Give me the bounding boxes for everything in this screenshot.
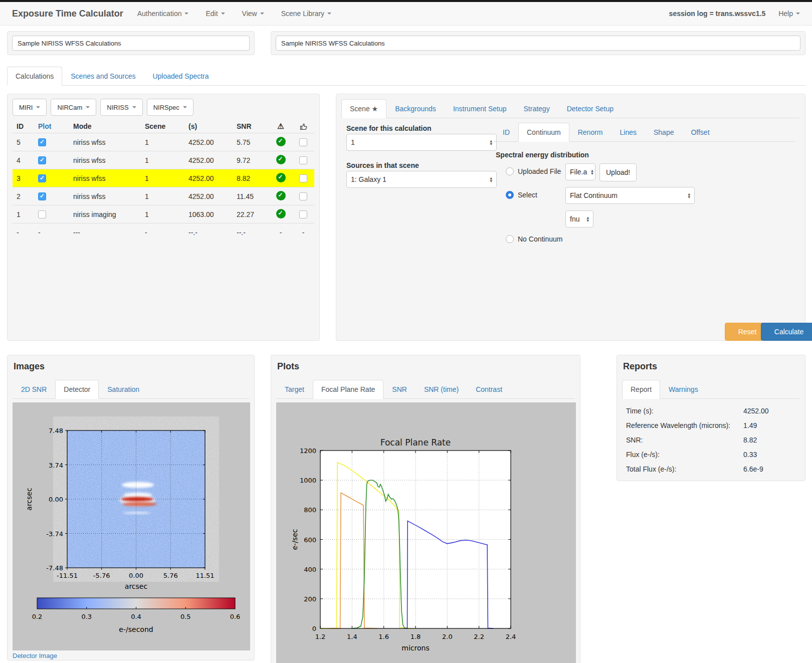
tab-2d-snr[interactable]: 2D SNR: [13, 380, 55, 399]
table-row[interactable]: 2 niriss wfss 1 4252.00 11.45: [13, 187, 314, 205]
favorite-checkbox[interactable]: [299, 192, 307, 200]
plot-checkbox[interactable]: [38, 174, 46, 182]
calc-snr: 11.45: [234, 192, 269, 200]
app-title: Exposure Time Calculator: [12, 9, 123, 19]
report-value: 8.82: [743, 436, 757, 444]
favorite-checkbox[interactable]: [299, 156, 307, 164]
calc-id: -: [13, 229, 35, 237]
scene-select[interactable]: 1 ▴▾: [346, 134, 497, 151]
tab-saturation[interactable]: Saturation: [99, 380, 148, 399]
select-sed-radio[interactable]: [506, 191, 514, 199]
etc-app: Exposure Time Calculator Authentication …: [0, 0, 812, 663]
sources-select[interactable]: 1: Galaxy 1 ▴▾: [346, 171, 497, 188]
select-arrows-icon: ▴▾: [587, 169, 593, 175]
plot-checkbox[interactable]: [38, 210, 46, 218]
table-row-selected[interactable]: 3 niriss wfss 1 4252.00 8.82: [13, 169, 314, 187]
nircam-dropdown-button[interactable]: NIRCam: [51, 99, 96, 116]
tab-target[interactable]: Target: [276, 380, 313, 399]
chevron-down-icon: [36, 106, 40, 108]
thumbs-up-icon: [299, 122, 308, 131]
table-row[interactable]: 1 niriss imaging 1 1063.00 22.27: [13, 205, 314, 223]
tab-scene[interactable]: Scene ★: [341, 99, 386, 118]
calc-plot-placeholder: -: [35, 229, 68, 237]
tab-instrument-setup[interactable]: Instrument Setup: [445, 99, 515, 118]
tab-backgrounds[interactable]: Backgrounds: [386, 99, 445, 118]
tab-uploaded-spectra[interactable]: Uploaded Spectra: [144, 67, 217, 86]
workbook-name-input-left[interactable]: [12, 36, 250, 51]
tab-report[interactable]: Report: [622, 380, 660, 399]
svg-text:0.6: 0.6: [230, 613, 241, 620]
status-ok-icon: [276, 173, 286, 182]
uploaded-file-radio[interactable]: [506, 167, 514, 175]
tab-contrast[interactable]: Contrast: [467, 380, 511, 399]
favorite-checkbox[interactable]: [299, 174, 307, 182]
session-log: session log = trans.wssvc1.5: [669, 10, 766, 18]
tab-offset[interactable]: Offset: [682, 123, 718, 142]
favorite-checkbox[interactable]: [299, 138, 307, 146]
table-row[interactable]: 5 niriss wfss 1 4252.00 5.75: [13, 133, 314, 151]
tab-renorm[interactable]: Renorm: [569, 123, 612, 142]
calculations-table-header: ID Plot Mode Scene (s) SNR ⚠: [13, 120, 314, 133]
svg-text:600: 600: [304, 536, 316, 544]
upload-button[interactable]: Upload!: [599, 163, 637, 181]
svg-text:11.51: 11.51: [195, 572, 214, 579]
menu-help[interactable]: Help: [778, 10, 800, 18]
sed-units-select[interactable]: fnu ▴▾: [565, 210, 593, 228]
menu-authentication[interactable]: Authentication: [137, 10, 189, 18]
col-favorite: [292, 122, 314, 131]
tab-snr[interactable]: SNR: [383, 380, 416, 399]
menu-edit[interactable]: Edit: [206, 10, 225, 18]
workbook-name-input-right[interactable]: [276, 36, 800, 51]
svg-text:3.74: 3.74: [49, 462, 63, 469]
sed-select[interactable]: Flat Continuum ▴▾: [565, 187, 695, 204]
tab-detector[interactable]: Detector: [55, 380, 99, 399]
report-label: Flux (e-/s):: [626, 451, 660, 459]
focal-plane-rate-plot: 1.21.41.61.82.02.22.40200400600800100012…: [276, 402, 576, 663]
tab-detector-setup[interactable]: Detector Setup: [558, 99, 622, 118]
tab-lines[interactable]: Lines: [612, 123, 645, 142]
status-ok-icon: [276, 155, 286, 164]
calc-id: 4: [13, 156, 35, 164]
calc-time: 4252.00: [186, 138, 234, 146]
plot-checkbox[interactable]: [38, 156, 46, 164]
niriss-dropdown-button[interactable]: NIRISS: [100, 99, 142, 116]
svg-text:1.6: 1.6: [378, 633, 389, 640]
report-row: Time (s): 4252.00: [626, 407, 798, 415]
tab-calculations[interactable]: Calculations: [7, 67, 62, 86]
menu-scene-library[interactable]: Scene Library: [281, 10, 331, 18]
svg-text:arcsec: arcsec: [125, 582, 147, 590]
tab-scenes-and-sources[interactable]: Scenes and Sources: [62, 67, 144, 86]
plot-checkbox[interactable]: [38, 138, 46, 146]
no-continuum-radio[interactable]: [506, 235, 514, 243]
miri-dropdown-button[interactable]: MIRI: [13, 99, 47, 116]
menu-view[interactable]: View: [242, 10, 264, 18]
svg-text:0: 0: [312, 625, 316, 632]
svg-text:0.00: 0.00: [129, 572, 143, 579]
svg-text:e-/second: e-/second: [119, 625, 153, 633]
nirspec-dropdown-button[interactable]: NIRSpec: [147, 99, 193, 116]
svg-text:1.2: 1.2: [315, 633, 326, 640]
source-tabs: ID Continuum Renorm Lines Shape Offset: [494, 123, 795, 142]
calculate-button[interactable]: Calculate: [761, 323, 812, 341]
chevron-down-icon: [184, 13, 188, 15]
uploaded-file-select[interactable]: File.a ▴▾: [565, 163, 595, 180]
tab-source-id[interactable]: ID: [494, 123, 518, 142]
tab-continuum[interactable]: Continuum: [518, 123, 569, 142]
tab-shape[interactable]: Shape: [645, 123, 682, 142]
detector-image-link[interactable]: Detector Image: [13, 652, 57, 659]
report-row: SNR: 8.82: [626, 436, 798, 444]
report-value: 1.49: [743, 421, 757, 429]
plot-checkbox[interactable]: [38, 192, 46, 200]
svg-text:2.0: 2.0: [442, 633, 453, 640]
tab-warnings[interactable]: Warnings: [660, 380, 707, 399]
report-label: Time (s):: [626, 407, 654, 415]
chevron-down-icon: [221, 13, 225, 15]
tab-focal-plane-rate[interactable]: Focal Plane Rate: [313, 380, 383, 399]
tab-strategy[interactable]: Strategy: [515, 99, 558, 118]
col-plot[interactable]: Plot: [35, 122, 68, 130]
svg-text:400: 400: [304, 566, 316, 573]
report-label: Reference Wavelength (microns):: [626, 421, 730, 429]
table-row[interactable]: 4 niriss wfss 1 4252.00 9.72: [13, 151, 314, 169]
tab-snr-time[interactable]: SNR (time): [416, 380, 467, 399]
favorite-checkbox[interactable]: [299, 210, 307, 218]
